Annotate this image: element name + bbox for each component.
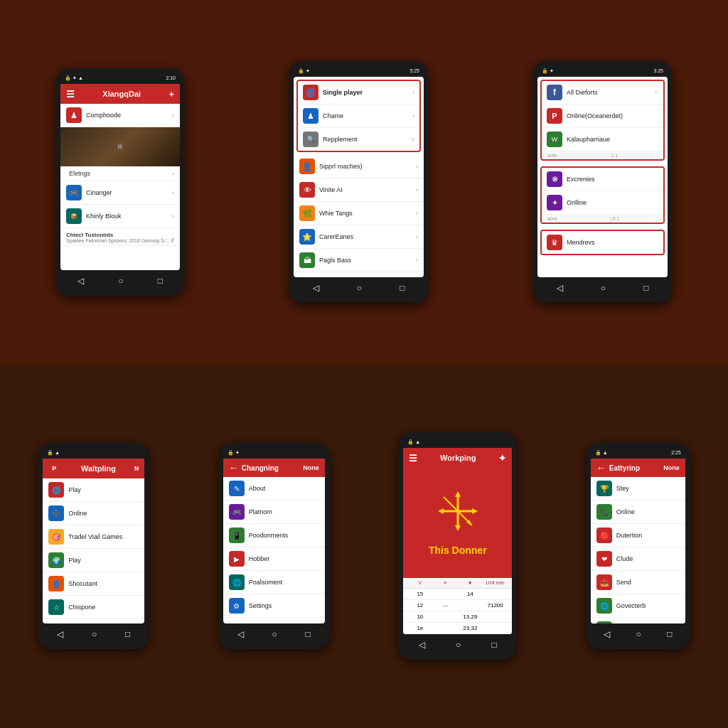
menu-icon-6[interactable]: ☰ (409, 453, 417, 464)
list-item[interactable]: ❤ Clude (591, 547, 685, 571)
status-bar-4: 🔒 ▲ (43, 449, 144, 457)
score-cell (433, 625, 458, 631)
list-item[interactable]: Eletngs › (60, 166, 180, 181)
list-item[interactable]: ♟ Comphoode › (60, 104, 180, 127)
list-item[interactable]: ✎ About (223, 477, 325, 500)
home-button[interactable]: ○ (112, 274, 129, 287)
recent-button[interactable]: □ (119, 628, 136, 641)
item-icon: ➕ (48, 505, 64, 521)
list-item[interactable]: 👤 Shocutant (43, 572, 144, 596)
list-item[interactable]: 🏆 Stey (591, 477, 685, 500)
list-item[interactable]: 📱 Poodonments (223, 524, 325, 547)
list-item[interactable]: ➕ Online (43, 502, 144, 525)
item-label: Play (68, 486, 139, 493)
status-icons-6: 🔒 ▲ (407, 439, 420, 445)
recent-button[interactable]: □ (300, 628, 316, 641)
list-item[interactable]: ♟ Chame › (298, 105, 419, 128)
item-label: Shocutant (68, 580, 139, 587)
score-cell: 13,29 (458, 614, 483, 620)
recent-button[interactable]: □ (394, 282, 410, 294)
list-item[interactable]: 📤 Send (591, 571, 685, 594)
item-label: Stey (616, 485, 680, 492)
back-button[interactable]: ◁ (307, 282, 325, 294)
list-item[interactable]: 🔴 Dutertion (591, 524, 685, 547)
item-label: Kalaupharriaue (567, 136, 658, 143)
item-icon: 👁 (299, 182, 315, 198)
list-item[interactable]: 🌐 Govecterb (591, 594, 685, 618)
header-icon-4: P (48, 463, 60, 474)
item-icon: ☆ (48, 599, 64, 615)
list-item[interactable]: 🎮 Platnom (223, 500, 325, 524)
list-item[interactable]: 🎮 Cinanger › (60, 181, 180, 205)
list-item[interactable]: ⚙ Settings (223, 594, 325, 618)
screen-2: 🌀 Single player › ♟ Chame › 🔍 Repplement… (294, 77, 424, 277)
list-item[interactable]: P Online(Oceanerdet) (542, 105, 663, 128)
home-button[interactable]: ○ (595, 282, 611, 294)
list-item[interactable]: 🏅 Tipe (591, 618, 685, 623)
item-label: Khinly Blouk (86, 213, 172, 220)
item-label: Mendrevs (567, 239, 658, 246)
status-bar-5: 🔒 ✦ (223, 449, 325, 457)
list-item[interactable]: 🌍 Play (43, 549, 144, 572)
item-icon: ❤ (596, 551, 612, 567)
game-icon (437, 490, 479, 539)
list-item[interactable]: 🌐 Poalsoment (223, 571, 325, 594)
back-button[interactable]: ◁ (551, 282, 569, 294)
home-button[interactable]: ○ (86, 628, 102, 641)
screen-4: P Waltpling N 🌐 Play ➕ Online 🎯 Tradel V… (43, 459, 144, 623)
bottom-nav-7: ◁ ○ □ (591, 625, 685, 643)
list-item[interactable]: ♛ Mendrevs (542, 231, 663, 254)
back-button[interactable]: ◁ (598, 628, 616, 641)
list-item[interactable]: W Kalaupharriaue (542, 128, 663, 151)
footer-item[interactable]: Chlecl Tustoniids Spakiee Fatreman Spist… (60, 228, 180, 246)
list-item[interactable]: 🎯 Tradel Viail Games (43, 525, 144, 549)
back-button[interactable]: ◁ (51, 628, 69, 641)
compass-icon[interactable]: ✦ (498, 453, 506, 464)
arrow-icon: › (416, 233, 418, 240)
screen-6: ☰ Workping ✦ (403, 448, 512, 634)
list-item[interactable]: 🌀 Single player › (298, 81, 419, 105)
status-icons-2: 🔒 ✦ (298, 68, 310, 74)
section-label: aore | ñ 1 (542, 215, 663, 223)
list-item[interactable]: ⭐ CarerEanes › (294, 225, 424, 249)
back-button[interactable]: ◁ (413, 638, 431, 651)
game-title-6: This Donner (429, 545, 487, 556)
section-label: aote 2.1 (542, 151, 663, 159)
home-button[interactable]: ○ (351, 282, 368, 294)
menu-icon[interactable]: ☰ (66, 89, 75, 100)
list-item[interactable]: 🏔 Pagls Bass › (294, 249, 424, 272)
list-item[interactable]: 👁 Vinite AI › (294, 178, 424, 202)
arrow-icon: › (416, 210, 418, 217)
app-title-7: Eattyrinp (609, 464, 664, 472)
recent-button[interactable]: □ (661, 628, 678, 641)
item-label: Poodonments (249, 532, 319, 539)
list-item[interactable]: ✦ Onlline (542, 191, 663, 215)
phone-1: 🔒 ✦ ▲ 2:10 ☰ XiangqDai + ♟ Comphoode › 🏛… (56, 68, 184, 296)
list-item[interactable]: f All Dieforts ✧ (542, 81, 663, 105)
add-icon-1[interactable]: + (168, 89, 174, 100)
list-item[interactable]: ❋ Excrenies (542, 168, 663, 191)
list-item[interactable]: 🔍 Repplement ñ (298, 128, 419, 151)
home-button[interactable]: ○ (631, 628, 647, 641)
back-arrow-7[interactable]: ← (596, 462, 606, 473)
list-item[interactable]: 🌿 Whie Tangs › (294, 202, 424, 225)
back-button[interactable]: ◁ (232, 628, 250, 641)
list-item[interactable]: 🌐 Play (43, 478, 144, 502)
status-icons-1: 🔒 ✦ ▲ (65, 75, 83, 81)
recent-button[interactable]: □ (486, 638, 502, 651)
list-item[interactable]: ▶ Hobber (223, 547, 325, 571)
recent-button[interactable]: □ (152, 274, 168, 287)
list-item[interactable]: ☆ Chispone (43, 596, 144, 619)
home-button[interactable]: ○ (266, 628, 282, 641)
back-button[interactable]: ◁ (72, 274, 90, 287)
list-item[interactable]: 👤 Sipprl roaches) › (294, 155, 424, 178)
back-arrow-5[interactable]: ← (229, 462, 239, 473)
list-item[interactable]: 📦 Khinly Blouk › (60, 205, 180, 228)
score-cell (458, 602, 483, 609)
recent-button[interactable]: □ (638, 282, 654, 294)
phone-6: 🔒 ▲ ☰ Workping ✦ (399, 432, 516, 660)
section-3a: f All Dieforts ✧ P Online(Oceanerdet) W … (540, 80, 665, 161)
home-button[interactable]: ○ (450, 638, 466, 651)
status-icons-7: 🔒 ▲ (595, 450, 608, 456)
list-item[interactable]: 📞 Online (591, 500, 685, 524)
